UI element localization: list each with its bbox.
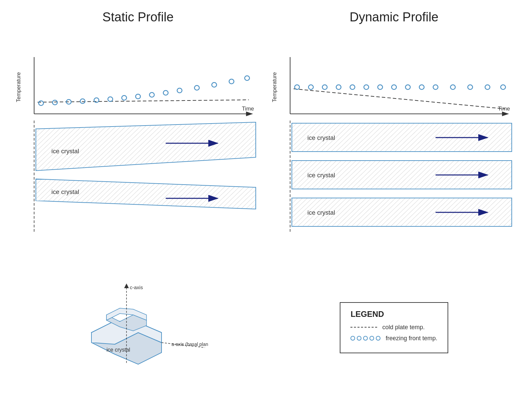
svg-point-8	[39, 101, 44, 106]
legend-cold-plate: cold plate temp.	[350, 324, 437, 331]
circle-5	[376, 336, 380, 341]
svg-text:Temperature: Temperature	[15, 72, 21, 102]
svg-point-13	[108, 97, 113, 102]
static-profile-column: Temperature Time	[13, 50, 263, 237]
legend-section: LEGEND cold plate temp. freezing front t…	[266, 262, 522, 393]
dashed-line-icon	[350, 327, 377, 328]
svg-text:ice crystal: ice crystal	[106, 347, 130, 353]
svg-point-12	[94, 98, 99, 103]
svg-point-41	[336, 85, 341, 89]
svg-point-16	[150, 92, 155, 97]
circle-4	[369, 336, 374, 341]
svg-point-46	[406, 85, 411, 89]
static-profile-title: Static Profile	[10, 7, 266, 50]
circle-1	[350, 336, 355, 341]
legend-freezing-front: freezing front temp.	[350, 335, 437, 342]
svg-point-49	[451, 85, 456, 89]
svg-point-39	[308, 85, 313, 89]
svg-point-20	[212, 82, 217, 87]
svg-line-37	[294, 89, 505, 109]
svg-point-45	[391, 85, 396, 89]
svg-text:ice crystal: ice crystal	[307, 209, 335, 216]
svg-marker-24	[36, 122, 256, 171]
svg-text:ice crystal: ice crystal	[307, 172, 335, 179]
svg-point-44	[378, 85, 383, 89]
svg-text:ice crystal: ice crystal	[51, 148, 79, 155]
svg-point-22	[245, 76, 250, 80]
dynamic-profile-column: Temperature Time ice crystal	[269, 50, 519, 237]
svg-text:Temperature: Temperature	[271, 72, 277, 102]
svg-point-18	[177, 88, 182, 93]
svg-point-14	[122, 95, 127, 100]
svg-point-40	[322, 85, 327, 89]
crystal-3d-section: c-axis a-axis (basal plane) ice crystal	[10, 262, 266, 393]
cold-plate-label: cold plate temp.	[382, 324, 425, 331]
svg-text:ice crystal: ice crystal	[51, 189, 79, 196]
svg-text:ice crystal: ice crystal	[307, 135, 335, 142]
svg-point-51	[485, 85, 490, 89]
svg-point-9	[52, 100, 57, 105]
freezing-front-label: freezing front temp.	[385, 335, 437, 342]
svg-text:a-axis (basal plane): a-axis (basal plane)	[172, 342, 208, 347]
svg-point-50	[468, 85, 473, 89]
svg-point-38	[295, 85, 300, 89]
circles-icon	[350, 336, 380, 341]
circle-2	[357, 336, 361, 341]
svg-point-21	[229, 79, 234, 84]
svg-point-52	[501, 85, 506, 89]
dynamic-profile-title: Dynamic Profile	[266, 7, 522, 50]
svg-point-42	[350, 85, 355, 89]
legend-title: LEGEND	[350, 310, 437, 319]
circle-3	[363, 336, 368, 341]
svg-point-43	[364, 85, 369, 89]
svg-point-11	[80, 99, 85, 104]
svg-text:c-axis: c-axis	[130, 284, 143, 290]
dynamic-profile-svg: Temperature Time ice crystal	[269, 50, 519, 237]
legend-box: LEGEND cold plate temp. freezing front t…	[340, 302, 448, 353]
static-profile-svg: Temperature Time	[13, 50, 263, 237]
svg-text:Time: Time	[242, 106, 254, 112]
svg-marker-71	[124, 283, 129, 288]
svg-point-48	[433, 85, 438, 89]
svg-point-19	[195, 85, 200, 90]
svg-line-7	[38, 100, 249, 102]
crystal-3d-svg: c-axis a-axis (basal plane) ice crystal	[68, 277, 208, 378]
svg-point-15	[136, 94, 141, 99]
svg-point-17	[163, 90, 168, 95]
svg-point-47	[419, 85, 424, 89]
